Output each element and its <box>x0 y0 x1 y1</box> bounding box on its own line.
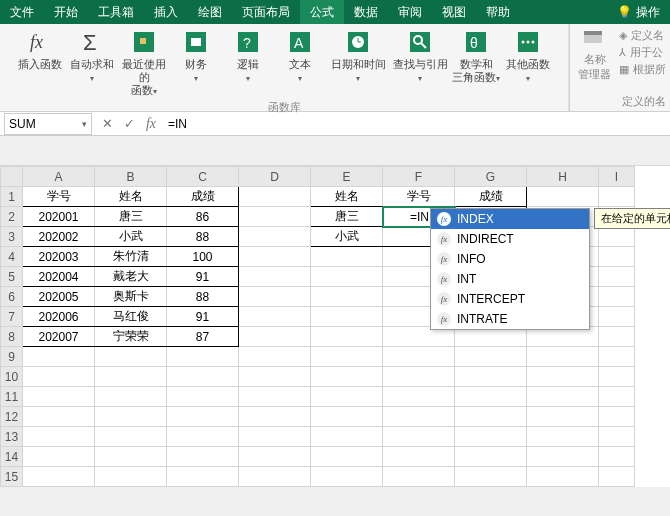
cell[interactable]: 100 <box>167 247 239 267</box>
tab-data[interactable]: 数据 <box>344 0 388 24</box>
cell[interactable] <box>455 427 527 447</box>
cell[interactable]: 姓名 <box>311 187 383 207</box>
define-name-button[interactable]: ◈定义名 <box>619 28 666 43</box>
cell[interactable] <box>311 447 383 467</box>
logical-button[interactable]: ? 逻辑▾ <box>224 28 272 85</box>
cell[interactable] <box>23 347 95 367</box>
cell[interactable] <box>455 347 527 367</box>
tab-view[interactable]: 视图 <box>432 0 476 24</box>
cell[interactable] <box>599 267 635 287</box>
cell[interactable] <box>527 427 599 447</box>
cell[interactable]: 小武 <box>311 227 383 247</box>
cell[interactable] <box>239 467 311 487</box>
cell[interactable] <box>23 387 95 407</box>
cell[interactable] <box>383 427 455 447</box>
col-header[interactable]: A <box>23 167 95 187</box>
cell[interactable] <box>527 467 599 487</box>
datetime-button[interactable]: 日期和时间▾ <box>328 28 388 85</box>
autocomplete-item[interactable]: fxINTRATE <box>431 309 589 329</box>
row-header[interactable]: 15 <box>1 467 23 487</box>
autosum-button[interactable]: Σ 自动求和▾ <box>68 28 116 85</box>
col-header[interactable]: I <box>599 167 635 187</box>
cell[interactable] <box>167 447 239 467</box>
cell[interactable] <box>527 187 599 207</box>
tab-home[interactable]: 开始 <box>44 0 88 24</box>
cell[interactable] <box>239 387 311 407</box>
cell[interactable] <box>95 427 167 447</box>
financial-button[interactable]: 财务▾ <box>172 28 220 85</box>
tab-draw[interactable]: 绘图 <box>188 0 232 24</box>
row-header[interactable]: 4 <box>1 247 23 267</box>
cell[interactable] <box>599 367 635 387</box>
col-header[interactable]: C <box>167 167 239 187</box>
row-header[interactable]: 14 <box>1 447 23 467</box>
use-in-formula-button[interactable]: ⅄用于公 <box>619 45 666 60</box>
tell-me[interactable]: 💡 操作 <box>607 0 670 24</box>
cell[interactable] <box>311 267 383 287</box>
cell[interactable] <box>239 227 311 247</box>
cell[interactable] <box>383 467 455 487</box>
tab-page-layout[interactable]: 页面布局 <box>232 0 300 24</box>
cell[interactable] <box>23 467 95 487</box>
cell[interactable] <box>455 387 527 407</box>
cell[interactable]: 小武 <box>95 227 167 247</box>
cell[interactable] <box>239 247 311 267</box>
cell[interactable] <box>95 447 167 467</box>
tab-help[interactable]: 帮助 <box>476 0 520 24</box>
cell[interactable]: 朱竹清 <box>95 247 167 267</box>
cell[interactable] <box>23 407 95 427</box>
formula-input[interactable]: =IN <box>162 117 670 131</box>
name-manager-button[interactable]: 名称 管理器 <box>578 28 611 92</box>
cell[interactable] <box>239 427 311 447</box>
enter-button[interactable]: ✓ <box>118 116 140 131</box>
cell[interactable] <box>239 327 311 347</box>
cell[interactable]: 戴老大 <box>95 267 167 287</box>
cell[interactable] <box>239 347 311 367</box>
col-header[interactable]: F <box>383 167 455 187</box>
math-button[interactable]: θ 数学和三角函数▾ <box>452 28 500 85</box>
cell[interactable] <box>599 227 635 247</box>
cell[interactable] <box>599 387 635 407</box>
tab-review[interactable]: 审阅 <box>388 0 432 24</box>
fx-button[interactable]: fx <box>140 116 162 132</box>
cell[interactable]: 88 <box>167 227 239 247</box>
recent-functions-button[interactable]: 最近使用的函数▾ <box>120 28 168 98</box>
cell[interactable] <box>23 427 95 447</box>
cell[interactable]: 202003 <box>23 247 95 267</box>
cell[interactable] <box>167 427 239 447</box>
cell[interactable] <box>311 367 383 387</box>
cell[interactable] <box>311 247 383 267</box>
cell[interactable] <box>167 407 239 427</box>
cell[interactable]: 202002 <box>23 227 95 247</box>
cell[interactable]: 86 <box>167 207 239 227</box>
cell[interactable] <box>95 367 167 387</box>
lookup-button[interactable]: 查找与引用▾ <box>392 28 448 85</box>
cell[interactable] <box>599 427 635 447</box>
cell[interactable] <box>599 247 635 267</box>
autocomplete-item[interactable]: fxINDIRECT <box>431 229 589 249</box>
cell[interactable] <box>311 307 383 327</box>
row-header[interactable]: 1 <box>1 187 23 207</box>
cell[interactable]: 马红俊 <box>95 307 167 327</box>
name-box[interactable]: ▾ <box>4 113 92 135</box>
select-all-corner[interactable] <box>1 167 23 187</box>
cell[interactable] <box>383 347 455 367</box>
cell[interactable] <box>599 287 635 307</box>
cell[interactable] <box>95 467 167 487</box>
create-from-selection-button[interactable]: ▦根据所 <box>619 62 666 77</box>
row-header[interactable]: 7 <box>1 307 23 327</box>
cell[interactable] <box>239 207 311 227</box>
tab-file[interactable]: 文件 <box>0 0 44 24</box>
tab-formulas[interactable]: 公式 <box>300 0 344 24</box>
cell[interactable] <box>455 467 527 487</box>
cell[interactable] <box>95 387 167 407</box>
row-header[interactable]: 8 <box>1 327 23 347</box>
cell[interactable]: 88 <box>167 287 239 307</box>
col-header[interactable]: D <box>239 167 311 187</box>
cell[interactable] <box>311 387 383 407</box>
cell[interactable]: 202006 <box>23 307 95 327</box>
cell[interactable] <box>527 367 599 387</box>
cell[interactable]: 学号 <box>23 187 95 207</box>
cell[interactable]: 91 <box>167 307 239 327</box>
cell[interactable] <box>455 367 527 387</box>
